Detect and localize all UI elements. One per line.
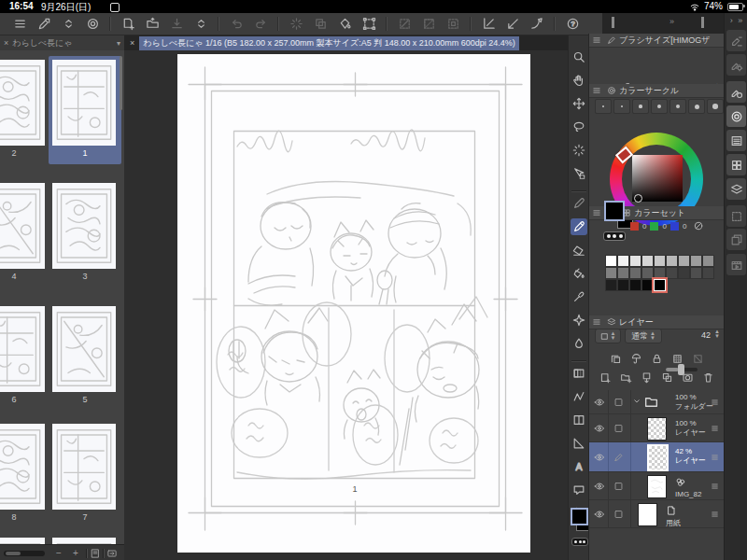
object-select-tool-icon[interactable] [571, 165, 587, 182]
page-thumbnail[interactable] [0, 424, 45, 510]
layer-palette-option-button[interactable]: ▲▼ [595, 329, 621, 343]
layer-thumbnail[interactable] [647, 417, 667, 441]
new-page-icon[interactable] [116, 15, 140, 34]
zoom-tool-icon[interactable] [571, 49, 587, 65]
transparent-color-button[interactable] [571, 538, 588, 546]
canvas-area[interactable]: 1 [124, 50, 568, 560]
subtool-dock-icon[interactable] [726, 30, 746, 51]
selection-dock-icon[interactable] [726, 205, 746, 227]
refresh-icon[interactable] [284, 15, 308, 34]
layer-thumbnail[interactable] [647, 475, 667, 498]
color-swatch[interactable] [641, 267, 654, 279]
decoration-tool-icon[interactable] [571, 312, 587, 329]
color-swatch[interactable] [666, 279, 678, 291]
color-swatch[interactable] [702, 255, 714, 267]
undo-icon[interactable] [224, 15, 248, 34]
page-thumbnail[interactable] [52, 424, 116, 510]
new-layer-icon[interactable] [599, 371, 612, 384]
snap-curve-icon[interactable] [525, 15, 549, 34]
color-swatch[interactable] [678, 267, 690, 279]
material-dock-icon[interactable] [726, 229, 746, 250]
select-checkbox-icon[interactable] [613, 509, 624, 519]
expand-chevron-icon[interactable] [632, 397, 641, 406]
lock-alpha-icon[interactable] [671, 353, 684, 365]
save-icon[interactable] [164, 15, 189, 34]
color-slider-dock-icon[interactable] [726, 130, 746, 151]
expand-chevron-icon[interactable]: › [730, 16, 733, 25]
deselect-icon[interactable] [392, 15, 416, 34]
foreground-color-swatch[interactable] [604, 201, 625, 221]
pen-share-icon[interactable] [32, 15, 56, 34]
brush-preset-button[interactable] [688, 99, 705, 114]
open-file-icon[interactable] [140, 15, 164, 34]
color-swatch[interactable] [690, 279, 702, 291]
color-mix-icon[interactable] [693, 220, 704, 231]
visibility-eye-icon[interactable] [594, 509, 605, 520]
close-icon[interactable]: × [130, 38, 134, 48]
layer-mask-icon[interactable] [682, 371, 694, 384]
hand-tool-icon[interactable] [571, 72, 587, 89]
row-menu-icon[interactable] [710, 397, 720, 407]
thumbnail-zoom-slider[interactable] [4, 551, 45, 556]
frame-border-tool-icon[interactable] [571, 412, 587, 428]
brush-size-dock-icon[interactable] [726, 81, 746, 103]
page-thumbnail-cell[interactable]: 7 [49, 420, 121, 528]
page-thumbnail-cell[interactable]: 3 [49, 179, 121, 287]
color-swatch[interactable] [678, 255, 690, 267]
pen-tool-icon[interactable] [571, 218, 587, 235]
close-icon[interactable]: × [4, 38, 8, 48]
layer-row[interactable]: IMG_82 [589, 472, 725, 500]
sv-selector[interactable] [634, 194, 642, 203]
new-folder-icon[interactable] [620, 371, 632, 384]
editing-pen-icon[interactable] [613, 452, 624, 462]
merge-down-icon[interactable] [661, 371, 673, 384]
tool-property-dock-icon[interactable] [726, 54, 746, 76]
color-swatch[interactable] [666, 255, 678, 267]
page-thumbnail-cell[interactable]: 6 [0, 302, 50, 411]
snap-angle-icon[interactable] [500, 15, 525, 34]
layer-row[interactable]: 100 %フォルダー [589, 390, 725, 414]
transform-icon[interactable] [357, 15, 381, 34]
color-swatch[interactable] [666, 267, 678, 279]
layer-row[interactable]: 42 %レイヤー [589, 442, 725, 472]
bucket-tool-icon[interactable] [571, 265, 587, 282]
page-thumbnail-cell[interactable]: 5 [49, 302, 121, 411]
invert-selection-icon[interactable] [416, 15, 441, 34]
color-swatch[interactable] [629, 279, 641, 291]
color-swatch[interactable] [605, 267, 617, 279]
transfer-down-icon[interactable] [641, 371, 653, 384]
color-swatch[interactable] [702, 279, 714, 291]
zoom-out-button[interactable]: − [50, 548, 67, 558]
color-swatch[interactable] [629, 267, 641, 279]
color-swatch[interactable] [617, 279, 629, 291]
brush-size-panel-header[interactable]: ブラシサイズ[HIMOGザ [589, 34, 725, 48]
lock-layer-icon[interactable] [651, 353, 663, 365]
color-set-dock-icon[interactable] [726, 154, 746, 175]
manga-page[interactable]: 1 [177, 54, 530, 553]
brush-preset-button[interactable] [613, 99, 630, 114]
chevron-updown-icon[interactable] [189, 15, 213, 34]
color-wheel-dock-icon[interactable] [726, 105, 746, 127]
document-tab[interactable]: × わらしべ長にゃ 1/16 (B5 182.00 x 257.00mm 製本サ… [124, 35, 588, 50]
row-menu-icon[interactable] [710, 452, 720, 462]
brush-preset-button[interactable] [595, 99, 612, 114]
transparent-color-button[interactable] [603, 231, 626, 241]
menu-icon[interactable] [7, 15, 32, 34]
ruler-tool-icon[interactable] [571, 435, 587, 452]
visibility-eye-icon[interactable] [594, 452, 605, 463]
page-thumbnail-cell[interactable] [49, 534, 121, 544]
brush-preset-button[interactable] [632, 99, 649, 114]
pen-alt-tool-icon[interactable] [571, 195, 587, 212]
color-swatch[interactable] [617, 255, 629, 267]
text-tool-icon[interactable]: A [571, 458, 587, 475]
panel-menu-icon[interactable] [592, 35, 601, 45]
blend-tool-icon[interactable] [571, 335, 587, 352]
help-icon[interactable]: ? [560, 15, 585, 34]
redo-icon[interactable] [248, 15, 273, 34]
color-swatch[interactable] [678, 279, 690, 291]
eraser-tool-icon[interactable] [571, 242, 587, 259]
page-thumbnail[interactable] [0, 538, 45, 544]
select-checkbox-icon[interactable] [613, 423, 624, 433]
brush-preset-button[interactable] [651, 99, 668, 114]
lasso-tool-icon[interactable] [571, 119, 587, 135]
